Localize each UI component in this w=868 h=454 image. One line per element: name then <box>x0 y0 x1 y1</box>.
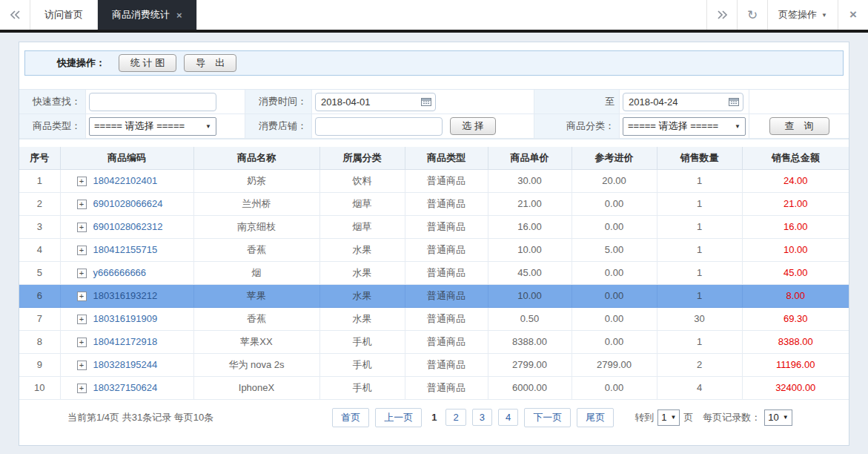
cell-price: 45.00 <box>488 261 572 284</box>
expand-plus-icon[interactable]: + <box>77 200 87 209</box>
cell-ref_price: 0.00 <box>572 192 657 215</box>
cell-category: 水果 <box>319 307 405 330</box>
product-type-select[interactable]: ===== 请选择 ===== ▼ <box>89 117 216 136</box>
product-code-link[interactable]: 180328195244 <box>93 360 158 371</box>
export-button[interactable]: 导 出 <box>184 54 236 72</box>
stats-chart-button[interactable]: 统 计 图 <box>119 54 176 72</box>
first-page-button[interactable]: 首页 <box>332 408 369 427</box>
product-code-link[interactable]: 180422102401 <box>93 176 158 187</box>
cell-code: +180327150624 <box>60 376 193 399</box>
consume-store-label: 消费店铺： <box>245 114 312 139</box>
table-row[interactable]: 1+180422102401奶茶饮料普通商品30.0020.00124.00 <box>19 169 849 192</box>
cell-code: +180316191909 <box>60 307 193 330</box>
expand-plus-icon[interactable]: + <box>77 315 87 324</box>
expand-plus-icon[interactable]: + <box>77 246 87 255</box>
tab-home[interactable]: 访问首页 <box>30 0 98 30</box>
product-code-link[interactable]: 180316193212 <box>93 291 158 302</box>
product-code-link[interactable]: y666666666 <box>93 268 147 279</box>
product-code-link[interactable]: 180412172918 <box>93 337 158 348</box>
calendar-icon[interactable] <box>421 97 431 106</box>
table-row[interactable]: 6+180316193212苹果水果普通商品10.000.0018.00 <box>19 284 849 307</box>
product-category-value: ===== 请选择 ===== <box>628 119 718 133</box>
expand-plus-icon[interactable]: + <box>77 177 87 186</box>
table-row[interactable]: 4+180412155715香蕉水果普通商品10.005.00110.00 <box>19 238 849 261</box>
table-row[interactable]: 8+180412172918苹果XX手机普通商品8388.000.0018388… <box>19 330 849 353</box>
expand-plus-icon[interactable]: + <box>77 223 87 232</box>
consume-store-input[interactable] <box>315 117 443 136</box>
content-panel: 快捷操作： 统 计 图 导 出 快速查找： 消费时间： 至 <box>19 42 849 446</box>
table-row[interactable]: 5+y666666666烟水果普通商品45.000.00145.00 <box>19 261 849 284</box>
cell-ref_price: 0.00 <box>572 284 657 307</box>
refresh-button[interactable]: ↻ <box>737 0 767 30</box>
cell-total: 32400.00 <box>742 376 849 399</box>
query-cell: 查 询 <box>749 114 849 139</box>
goto-page-select[interactable]: 1 ▼ <box>657 409 680 426</box>
per-page-label: 每页记录数： <box>703 411 761 424</box>
filter-area: 快速查找： 消费时间： 至 商品类型： <box>19 89 849 139</box>
expand-plus-icon[interactable]: + <box>77 361 87 370</box>
quick-search-cell <box>86 90 245 114</box>
tab-operations-dropdown[interactable]: 页签操作 ▼ <box>767 0 838 30</box>
quick-search-input[interactable] <box>89 93 216 111</box>
product-code-link[interactable]: 180316191909 <box>93 314 158 325</box>
expand-plus-icon[interactable]: + <box>77 338 87 347</box>
cell-qty: 1 <box>657 330 742 353</box>
table-row[interactable]: 3+6901028062312南京细枝烟草普通商品16.000.00116.00 <box>19 215 849 238</box>
product-code-link[interactable]: 180327150624 <box>93 383 158 394</box>
close-all-tabs-button[interactable]: × <box>838 0 868 30</box>
consume-time-label: 消费时间： <box>245 90 312 114</box>
products-table: 序号 商品编码 商品名称 所属分类 商品类型 商品单价 参考进价 销售数量 销售… <box>19 147 849 400</box>
cell-category: 饮料 <box>319 169 405 192</box>
expand-plus-icon[interactable]: + <box>77 269 87 278</box>
query-button[interactable]: 查 询 <box>769 117 829 135</box>
cell-total: 24.00 <box>742 169 849 192</box>
date-to-cell <box>620 90 749 114</box>
table-body: 1+180422102401奶茶饮料普通商品30.0020.00124.002+… <box>19 169 849 399</box>
table-row[interactable]: 2+6901028066624兰州桥烟草普通商品21.000.00121.00 <box>19 192 849 215</box>
tabbar-spacer <box>197 0 706 30</box>
per-page-select[interactable]: 10 ▼ <box>764 409 792 426</box>
tab-product-consumption-stats[interactable]: 商品消费统计 × <box>98 0 197 30</box>
cell-name: 苹果 <box>193 284 319 307</box>
cell-type: 普通商品 <box>405 192 488 215</box>
cell-type: 普通商品 <box>405 353 488 376</box>
goto-unit-label: 页 <box>683 411 693 424</box>
cell-qty: 4 <box>657 376 742 399</box>
product-code-link[interactable]: 180412155715 <box>93 245 158 256</box>
cell-qty: 2 <box>657 353 742 376</box>
table-row[interactable]: 7+180316191909香蕉水果普通商品0.500.003069.30 <box>19 307 849 330</box>
page-number-button[interactable]: 3 <box>472 409 492 426</box>
date-to-label: 至 <box>534 90 620 114</box>
quick-search-label: 快速查找： <box>19 90 86 114</box>
calendar-icon[interactable] <box>729 97 739 106</box>
last-page-button[interactable]: 尾页 <box>577 408 614 427</box>
cell-category: 烟草 <box>319 192 405 215</box>
double-chevron-right-icon <box>717 10 728 19</box>
date-to-input[interactable] <box>623 93 743 111</box>
next-page-button[interactable]: 下一页 <box>524 408 571 427</box>
store-select-button[interactable]: 选 择 <box>450 117 496 135</box>
page-number-button[interactable]: 4 <box>498 409 518 426</box>
date-from-input[interactable] <box>315 93 436 111</box>
cell-total: 69.30 <box>742 307 849 330</box>
expand-plus-icon[interactable]: + <box>77 292 87 301</box>
table-row[interactable]: 9+180328195244华为 nova 2s手机普通商品2799.00279… <box>19 353 849 376</box>
cell-name: 烟 <box>193 261 319 284</box>
product-code-link[interactable]: 6901028062312 <box>93 222 163 233</box>
tab-bar: 访问首页 商品消费统计 × ↻ 页签操作 ▼ × <box>0 0 868 33</box>
cell-no: 7 <box>19 307 60 330</box>
header-category: 所属分类 <box>319 147 405 169</box>
cell-no: 3 <box>19 215 60 238</box>
cell-qty: 1 <box>657 261 742 284</box>
tab-close-icon[interactable]: × <box>176 10 182 21</box>
collapse-tabs-button[interactable] <box>0 0 30 30</box>
prev-page-button[interactable]: 上一页 <box>375 408 422 427</box>
table-row[interactable]: 10+180327150624IphoneX手机普通商品6000.000.004… <box>19 376 849 399</box>
page-number-button[interactable]: 2 <box>445 409 466 426</box>
product-type-label: 商品类型： <box>19 114 86 139</box>
product-category-select[interactable]: ===== 请选择 ===== ▼ <box>623 117 746 136</box>
cell-price: 16.00 <box>488 215 572 238</box>
scroll-tabs-right-button[interactable] <box>706 0 737 30</box>
product-code-link[interactable]: 6901028066624 <box>93 199 163 210</box>
expand-plus-icon[interactable]: + <box>77 384 87 393</box>
